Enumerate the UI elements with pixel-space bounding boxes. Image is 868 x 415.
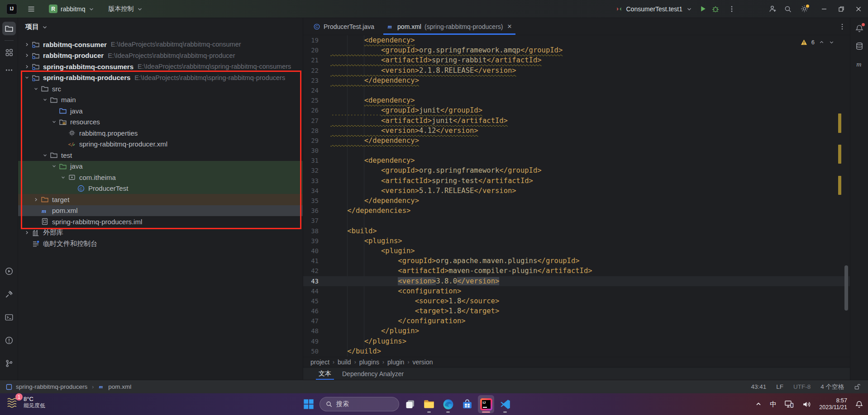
tree-item-spring-rabbitmq-producers[interactable]: spring-rabbitmq-producersE:\IdeaProjects… xyxy=(18,72,303,84)
settings-button[interactable] xyxy=(799,4,809,14)
chevron-down-icon[interactable] xyxy=(32,85,40,93)
editor-scrollbar[interactable] xyxy=(844,265,848,311)
tab-pom-xml[interactable]: m pom.xml (spring-rabbitmq-producers) ✕ xyxy=(381,18,518,35)
next-warning-icon[interactable] xyxy=(829,39,835,45)
code-line-44[interactable]: 44 <configuration> xyxy=(303,286,850,296)
code-line-43[interactable]: 43 <version>3.8.0</version> xyxy=(303,276,850,286)
tree-item-spring-rabbitmq-producer.xml[interactable]: </spring-rabbitmq-producer.xml xyxy=(18,139,303,150)
chevron-right-icon[interactable] xyxy=(32,196,40,203)
code-line-31[interactable]: 31 <dependency> xyxy=(303,156,850,165)
debug-button[interactable] xyxy=(711,4,720,14)
code-line-50[interactable]: 50 </build> xyxy=(303,346,850,356)
structure-toolwindow-button[interactable] xyxy=(2,46,16,59)
chevron-right-icon[interactable] xyxy=(23,229,31,236)
vscode-button[interactable] xyxy=(497,395,513,413)
run-button[interactable] xyxy=(698,4,708,14)
code-line-42[interactable]: 42 <artifactId>maven-compiler-plugin</ar… xyxy=(303,266,850,276)
code-line-45[interactable]: 45 <source>1.8</source> xyxy=(303,296,850,306)
chevron-right-icon[interactable] xyxy=(23,41,31,48)
tree-item-rabbitmq-consumer[interactable]: rabbitmq-consumerE:\IdeaProjects\rabbitm… xyxy=(18,39,303,50)
taskbar-search[interactable]: 搜索 xyxy=(320,397,399,411)
code-line-19[interactable]: 19 <dependency> xyxy=(303,35,850,45)
code-line-34[interactable]: 34 <version>5.1.7.RELEASE</version> xyxy=(303,186,850,196)
project-toolwindow-button[interactable] xyxy=(2,22,16,35)
code-line-24[interactable]: 24 xyxy=(303,85,850,95)
chevron-down-icon[interactable] xyxy=(59,174,67,181)
project-panel-header[interactable]: 项目 xyxy=(25,23,48,31)
tree-item-target[interactable]: target xyxy=(18,194,303,205)
code-line-26[interactable]: 26 <groupId>junit</groupId> xyxy=(303,105,850,115)
prev-warning-icon[interactable] xyxy=(819,39,825,45)
tree-item-spring-rabbitmq-producers.iml[interactable]: spring-rabbitmq-producers.iml xyxy=(18,216,303,227)
tab-list-button[interactable] xyxy=(835,18,850,35)
code-editor[interactable]: 19 <dependency>20 <groupId>org.springfra… xyxy=(303,35,850,357)
run-configuration-widget[interactable]: ConsumerTest.test1 xyxy=(615,5,693,13)
code-line-30[interactable]: 30 xyxy=(303,146,850,156)
notifications-button[interactable] xyxy=(853,22,866,35)
tree-item-java[interactable]: java xyxy=(18,161,303,172)
tree-item-com.itheima[interactable]: com.itheima xyxy=(18,172,303,183)
code-line-33[interactable]: 33 <artifactId>spring-test</artifactId> xyxy=(303,176,850,186)
tree-item-rabbitmq.properties[interactable]: rabbitmq.properties xyxy=(18,127,303,139)
tree-item-src[interactable]: src xyxy=(18,83,303,94)
vcs-widget[interactable]: 版本控制 xyxy=(105,3,147,15)
project-switcher[interactable]: R rabbitmq xyxy=(45,3,98,15)
breadcrumb-item[interactable]: plugins xyxy=(358,358,381,366)
version-control-toolwindow-button[interactable] xyxy=(2,357,16,370)
code-line-28[interactable]: 28 <version>4.12</version> xyxy=(303,126,850,136)
tab-dependency-analyzer[interactable]: Dependency Analyzer xyxy=(337,368,409,380)
tree-item-pom.xml[interactable]: mpom.xml xyxy=(18,205,303,217)
unlock-icon[interactable] xyxy=(854,383,861,390)
window-close-button[interactable] xyxy=(852,3,865,15)
code-line-36[interactable]: 36 </dependencies> xyxy=(303,206,850,216)
tree-item-resources[interactable]: resources xyxy=(18,117,303,128)
warning-stripe-mark[interactable] xyxy=(838,176,841,195)
chevron-right-icon[interactable] xyxy=(23,52,31,59)
tree-item-main[interactable]: main xyxy=(18,94,303,106)
window-minimize-button[interactable] xyxy=(817,3,831,15)
tree-item-java[interactable]: java xyxy=(18,105,303,117)
code-line-27[interactable]: 27 <artifactId>junit</artifactId> xyxy=(303,116,850,126)
tree-item-临时文件和控制台[interactable]: 临时文件和控制台 xyxy=(18,238,303,250)
terminal-toolwindow-button[interactable] xyxy=(2,311,16,324)
breadcrumb-item[interactable]: version xyxy=(410,358,434,366)
maven-toolwindow-button[interactable]: m xyxy=(853,57,866,71)
line-ending[interactable]: LF xyxy=(776,383,783,390)
file-explorer-button[interactable] xyxy=(421,395,437,413)
inspections-widget[interactable]: 6 xyxy=(801,39,835,46)
code-line-40[interactable]: 40 <plugin> xyxy=(303,246,850,256)
tree-item-外部库[interactable]: 外部库 xyxy=(18,227,303,239)
weather-widget[interactable]: 1 8°C 能见度低 xyxy=(5,395,45,410)
code-line-49[interactable]: 49 </plugins> xyxy=(303,336,850,346)
code-line-32[interactable]: 32 <groupId>org.springframework</groupId… xyxy=(303,165,850,175)
file-encoding[interactable]: UTF-8 xyxy=(793,383,811,390)
status-module-name[interactable]: spring-rabbitmq-producers xyxy=(16,383,87,390)
code-line-39[interactable]: 39 <plugins> xyxy=(303,236,850,246)
tab-close-icon[interactable]: ✕ xyxy=(507,23,512,30)
chevron-down-icon[interactable] xyxy=(23,74,31,81)
code-line-23[interactable]: 23 </dependency> xyxy=(303,75,850,85)
microsoft-store-button[interactable] xyxy=(459,395,475,413)
chevron-down-icon[interactable] xyxy=(50,162,58,170)
tray-expand-icon[interactable] xyxy=(755,401,762,408)
code-line-47[interactable]: 47 </configuration> xyxy=(303,316,850,326)
breadcrumb-item[interactable]: plugin xyxy=(386,358,406,366)
build-toolwindow-button[interactable] xyxy=(2,288,16,301)
main-menu-button[interactable] xyxy=(26,4,36,14)
edge-button[interactable] xyxy=(440,395,456,413)
chevron-right-icon[interactable] xyxy=(23,63,31,71)
code-line-38[interactable]: 38 <build> xyxy=(303,226,850,236)
code-line-20[interactable]: 20 <groupId>org.springframework.amqp</gr… xyxy=(303,45,850,55)
code-line-35[interactable]: 35 </dependency> xyxy=(303,196,850,206)
more-actions-button[interactable] xyxy=(727,4,737,14)
breadcrumb-item[interactable]: project xyxy=(309,358,331,366)
warning-stripe-mark[interactable] xyxy=(838,145,841,164)
indent-setting[interactable]: 4 个空格 xyxy=(820,383,844,391)
code-line-48[interactable]: 48 </plugin> xyxy=(303,326,850,336)
code-with-me-button[interactable] xyxy=(768,4,777,14)
start-button[interactable] xyxy=(300,395,317,413)
code-line-41[interactable]: 41 <groupId>org.apache.maven.plugins</gr… xyxy=(303,256,850,266)
chevron-down-icon[interactable] xyxy=(41,96,49,104)
tab-text[interactable]: 文本 xyxy=(313,368,337,380)
database-toolwindow-button[interactable] xyxy=(853,39,866,53)
